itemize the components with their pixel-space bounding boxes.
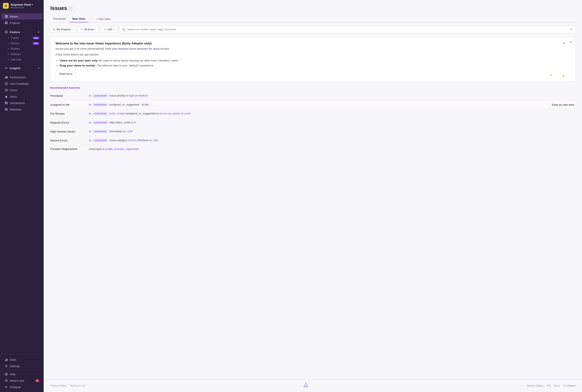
sidebar-item-releases[interactable]: Releases — [1, 106, 42, 112]
sidebar: Empower Plant ▾ Michael Sun Issues — [0, 0, 44, 392]
sidebar-item-dashboards[interactable]: Dashboards — [1, 100, 42, 106]
service-status-link[interactable]: Service Status — [526, 384, 543, 387]
banner-title: Welcome to the new Issue Views experienc… — [56, 42, 570, 45]
search-input[interactable] — [127, 28, 568, 31]
traces-beta-badge: beta — [33, 37, 39, 39]
sidebar-item-replays[interactable]: Replays — [1, 52, 42, 57]
metrics-dot — [8, 43, 9, 44]
save-action[interactable]: Save as new view — [481, 100, 575, 109]
other-nav: Performance User Feedback Crons — [0, 73, 44, 114]
sidebar-header: Empower Plant ▾ Michael Sun — [0, 0, 44, 12]
explore-icon — [5, 30, 8, 34]
svg-rect-10 — [7, 23, 8, 24]
svg-point-30 — [6, 366, 7, 366]
explore-section: Explore ▾ Traces beta Metrics beta Profi… — [0, 28, 44, 64]
time-filter[interactable]: ◫ 14D ▾ — [101, 26, 117, 32]
privacy-policy-link[interactable]: Privacy Policy — [50, 384, 67, 387]
main-area: Issues ? Prioritized New View ··· + Add … — [44, 0, 582, 392]
api-link[interactable]: API — [547, 384, 551, 387]
my-projects-filter[interactable]: ⊞ My Projects ▾ — [50, 26, 76, 32]
table-row[interactable]: Prioritized is unresolved issue.priority… — [50, 91, 575, 100]
docs-link[interactable]: Docs — [554, 384, 560, 387]
sidebar-item-stats[interactable]: Stats — [1, 356, 42, 363]
sidebar-item-whats-new[interactable]: What's new 1 — [1, 378, 42, 384]
table-row[interactable]: Function Regressions issue.type is profi… — [50, 145, 575, 153]
sidebar-item-insights[interactable]: Insights ▾ — [1, 65, 42, 71]
svg-rect-15 — [7, 76, 8, 78]
table-row[interactable]: Request Errors is unresolved http.status… — [50, 118, 575, 127]
is-me-tag: is me — [141, 103, 150, 106]
table-row[interactable]: Assigned to Me is unresolved assigned_or… — [50, 100, 575, 109]
banner-close-btn[interactable]: ✕ — [569, 40, 572, 44]
sidebar-item-traces[interactable]: Traces beta — [1, 35, 42, 40]
tab-add-view[interactable]: + Add View — [94, 16, 113, 22]
star-deco-1: ✦ — [562, 41, 566, 46]
svg-point-12 — [6, 32, 7, 32]
sidebar-divider — [3, 370, 41, 370]
sidebar-item-projects[interactable]: Projects — [1, 20, 42, 26]
table-row[interactable]: Recent Errors is unresolved issue.catego… — [50, 136, 575, 145]
row-name: Assigned to Me — [50, 100, 88, 109]
sidebar-item-user-feedback[interactable]: User Feedback — [1, 80, 42, 87]
svg-rect-4 — [5, 15, 8, 16]
org-selector[interactable]: Empower Plant ▾ — [11, 3, 33, 6]
help-icon — [5, 372, 8, 376]
row-conditions: is unresolved timesSeen is >100 — [88, 127, 481, 136]
footer-right: Service Status API Docs Contribute — [526, 384, 575, 387]
table-row[interactable]: High Volume Issues is unresolved timesSe… — [50, 127, 575, 136]
sidebar-item-performance[interactable]: Performance — [1, 74, 42, 80]
sidebar-item-help[interactable]: Help — [1, 371, 42, 377]
page-help-icon[interactable]: ? — [69, 6, 73, 10]
search-box[interactable]: 🔍 ✕ — [119, 26, 575, 33]
unresolved-tag: unresolved — [92, 112, 108, 116]
unresolved-tag: unresolved — [92, 130, 108, 133]
svg-rect-14 — [6, 76, 7, 78]
section-title: Recommended Searches — [50, 86, 575, 89]
sidebar-item-metrics[interactable]: Metrics beta — [1, 41, 42, 46]
time-filter-chevron: ▾ — [114, 28, 115, 30]
sidebar-item-settings[interactable]: Settings — [1, 363, 42, 369]
tab-prioritized[interactable]: Prioritized — [50, 16, 69, 22]
time-filter-icon: ◫ — [104, 28, 106, 31]
sidebar-item-issues[interactable]: Issues — [1, 13, 42, 20]
row-name: Recent Errors — [50, 136, 88, 145]
row-name: Function Regressions — [50, 145, 88, 153]
footer-left: Privacy Policy Terms of Use — [50, 384, 85, 387]
all-envs-filter[interactable]: ⊙ All Envs ▾ — [78, 26, 99, 32]
profiles-dot — [8, 48, 9, 49]
row-conditions: issue.type is profile_function_regressio… — [88, 145, 481, 153]
sidebar-collapse[interactable]: Collapse — [1, 384, 42, 390]
sidebar-item-explore[interactable]: Explore ▾ — [1, 29, 42, 35]
org-chevron: ▾ — [32, 4, 33, 6]
search-clear-btn[interactable]: ✕ — [570, 28, 573, 31]
tab-new-view[interactable]: New View — [69, 16, 88, 22]
tab-options-btn[interactable]: ··· — [89, 16, 93, 22]
dashboards-icon — [5, 101, 8, 105]
sidebar-item-crons[interactable]: Crons — [1, 87, 42, 93]
filters-row: ⊞ My Projects ▾ ⊙ All Envs ▾ ◫ 14D ▾ 🔍 ✕ — [50, 26, 575, 33]
footer: Privacy Policy Terms of Use Service Stat… — [44, 379, 582, 392]
sidebar-item-profiles[interactable]: Profiles — [1, 46, 42, 51]
insights-icon — [5, 66, 8, 70]
search-icon: 🔍 — [122, 28, 126, 31]
sidebar-item-alerts[interactable]: Alerts — [1, 94, 42, 100]
traces-dot — [8, 37, 9, 38]
row-name: Prioritized — [50, 91, 88, 100]
env-filter-icon: ⊙ — [80, 28, 83, 31]
contribute-link[interactable]: Contribute — [563, 384, 575, 387]
svg-rect-23 — [7, 103, 8, 104]
unresolved-tag: unresolved — [92, 94, 108, 98]
unresolved-tag: unresolved — [92, 138, 108, 142]
banner-subtitle: Issues just got a lot more personalized!… — [56, 47, 570, 51]
terms-of-use-link[interactable]: Terms of Use — [70, 384, 85, 387]
main-content: Issues ? Prioritized New View ··· + Add … — [44, 0, 582, 379]
org-logo — [3, 3, 9, 9]
welcome-banner: Welcome to the new Issue Views experienc… — [50, 37, 575, 82]
table-row[interactable]: For Review is unresolved is for_review a… — [50, 109, 575, 118]
sidebar-item-discover[interactable]: Discover — [1, 57, 42, 62]
read-docs-button[interactable]: Read Docs — [56, 70, 76, 77]
unresolved-tag: unresolved — [92, 121, 108, 124]
svg-rect-24 — [5, 108, 7, 110]
projects-filter-chevron: ▾ — [72, 28, 73, 30]
star-deco-3: ✦ — [562, 74, 565, 79]
